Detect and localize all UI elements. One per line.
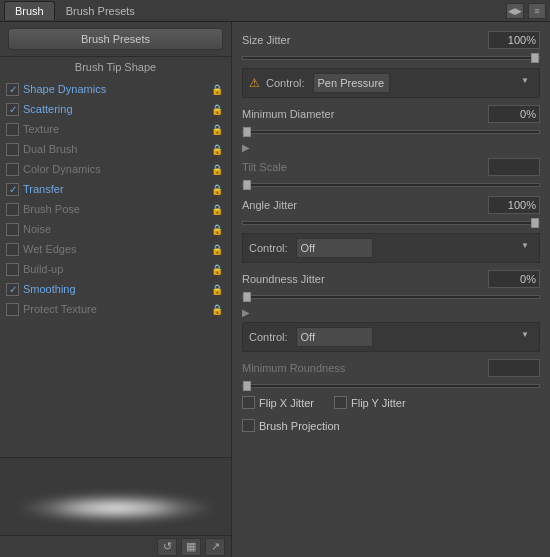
tilt-scale-slider[interactable] (242, 183, 540, 187)
lock-icon-noise: 🔒 (211, 224, 223, 235)
control-pen-pressure-select[interactable]: Pen Pressure Off Fade Pen Tilt (313, 73, 390, 93)
list-item[interactable]: Wet Edges 🔒 (0, 239, 231, 259)
min-diameter-thumb[interactable] (243, 127, 251, 137)
control2-dropdown-wrap: Off Pen Pressure Fade Pen Tilt (296, 238, 533, 258)
list-item[interactable]: Texture 🔒 (0, 119, 231, 139)
checkbox-scattering[interactable]: ✓ (6, 103, 19, 116)
lock-icon-smoothing: 🔒 (211, 284, 223, 295)
checkbox-buildup[interactable] (6, 263, 19, 276)
lock-icon-texture: 🔒 (211, 124, 223, 135)
checkbox-wet-edges[interactable] (6, 243, 19, 256)
item-label-smoothing: Smoothing (23, 283, 211, 295)
lock-icon-brush-pose: 🔒 (211, 204, 223, 215)
preview-bottom-bar: ↺ ▦ ↗ (0, 535, 231, 557)
min-roundness-row: Minimum Roundness (242, 358, 540, 378)
list-item[interactable]: Brush Pose 🔒 (0, 199, 231, 219)
control-off-row: Control: Off Pen Pressure Fade Pen Tilt (242, 233, 540, 263)
item-label-texture: Texture (23, 123, 211, 135)
angle-jitter-row: Angle Jitter 100% (242, 195, 540, 215)
checkbox-smoothing[interactable]: ✓ (6, 283, 19, 296)
tab-brush[interactable]: Brush (4, 1, 55, 20)
brush-presets-btn-wrap: Brush Presets (0, 22, 231, 57)
warning-icon: ⚠ (249, 76, 260, 90)
list-item[interactable]: ✓ Shape Dynamics 🔒 (0, 79, 231, 99)
item-label-buildup: Build-up (23, 263, 211, 275)
flip-row: Flip X Jitter Flip Y Jitter (242, 396, 540, 413)
preview-stroke (16, 493, 216, 523)
control3-dropdown-wrap: Off Pen Pressure Fade Pen Tilt (296, 327, 533, 347)
roundness-jitter-value[interactable]: 0% (488, 270, 540, 288)
checkbox-shape-dynamics[interactable]: ✓ (6, 83, 19, 96)
checkbox-brush-pose[interactable] (6, 203, 19, 216)
preview-grid-btn[interactable]: ▦ (181, 538, 201, 556)
list-item[interactable]: ✓ Smoothing 🔒 (0, 279, 231, 299)
tilt-scale-divider: ▶ (242, 142, 540, 153)
item-label-scattering: Scattering (23, 103, 211, 115)
angle-jitter-thumb[interactable] (531, 218, 539, 228)
right-scroll-area[interactable]: Size Jitter 100% ⚠ Control: Pen Pressure… (232, 22, 550, 557)
tilt-scale-value[interactable] (488, 158, 540, 176)
item-label-transfer: Transfer (23, 183, 211, 195)
checkbox-transfer[interactable]: ✓ (6, 183, 19, 196)
min-diameter-slider[interactable] (242, 130, 540, 134)
angle-jitter-slider[interactable] (242, 221, 540, 225)
checkbox-noise[interactable] (6, 223, 19, 236)
item-label-wet-edges: Wet Edges (23, 243, 211, 255)
roundness-jitter-label: Roundness Jitter (242, 273, 488, 285)
min-roundness-label: Minimum Roundness (242, 362, 488, 374)
main-layout: Brush Presets Brush Tip Shape ✓ Shape Dy… (0, 22, 550, 557)
brush-list: ✓ Shape Dynamics 🔒 ✓ Scattering 🔒 Textur… (0, 77, 231, 457)
brush-presets-button[interactable]: Brush Presets (8, 28, 223, 50)
roundness-divider: ▶ (242, 307, 540, 318)
preview-expand-btn[interactable]: ↗ (205, 538, 225, 556)
lock-icon-buildup: 🔒 (211, 264, 223, 275)
list-item[interactable]: ✓ Scattering 🔒 (0, 99, 231, 119)
tab-nav-btn[interactable]: ◀▶ (506, 3, 524, 19)
min-diameter-value[interactable]: 0% (488, 105, 540, 123)
tilt-scale-row: Tilt Scale (242, 157, 540, 177)
list-item[interactable]: ✓ Transfer 🔒 (0, 179, 231, 199)
preview-reset-btn[interactable]: ↺ (157, 538, 177, 556)
control-pen-pressure-row: ⚠ Control: Pen Pressure Off Fade Pen Til… (242, 68, 540, 98)
lock-icon-scattering: 🔒 (211, 104, 223, 115)
angle-jitter-value[interactable]: 100% (488, 196, 540, 214)
checkbox-dual-brush[interactable] (6, 143, 19, 156)
checkbox-color-dynamics[interactable] (6, 163, 19, 176)
control2-label: Control: (249, 242, 288, 254)
size-jitter-slider[interactable] (242, 56, 540, 60)
right-panel: Size Jitter 100% ⚠ Control: Pen Pressure… (232, 22, 550, 557)
control2-select[interactable]: Off Pen Pressure Fade Pen Tilt (296, 238, 373, 258)
size-jitter-thumb[interactable] (531, 53, 539, 63)
item-label-protect-texture: Protect Texture (23, 303, 211, 315)
min-roundness-thumb[interactable] (243, 381, 251, 391)
list-item[interactable]: Noise 🔒 (0, 219, 231, 239)
control3-select[interactable]: Off Pen Pressure Fade Pen Tilt (296, 327, 373, 347)
checkbox-texture[interactable] (6, 123, 19, 136)
list-item[interactable]: Protect Texture 🔒 (0, 299, 231, 319)
lock-icon-wet-edges: 🔒 (211, 244, 223, 255)
checkbox-flip-x[interactable] (242, 396, 255, 409)
tab-menu-btn[interactable]: ≡ (528, 3, 546, 19)
flip-x-row: Flip X Jitter (242, 396, 314, 409)
list-item[interactable]: Color Dynamics 🔒 (0, 159, 231, 179)
list-item[interactable]: Dual Brush 🔒 (0, 139, 231, 159)
list-item[interactable]: Build-up 🔒 (0, 259, 231, 279)
roundness-jitter-slider[interactable] (242, 295, 540, 299)
item-label-shape-dynamics: Shape Dynamics (23, 83, 211, 95)
control3-label: Control: (249, 331, 288, 343)
brush-projection-row: Brush Projection (242, 419, 540, 432)
min-roundness-slider[interactable] (242, 384, 540, 388)
control-label: Control: (266, 77, 305, 89)
min-diameter-label: Minimum Diameter (242, 108, 488, 120)
flip-y-row: Flip Y Jitter (334, 396, 406, 409)
flip-y-label: Flip Y Jitter (351, 397, 406, 409)
roundness-jitter-thumb[interactable] (243, 292, 251, 302)
min-roundness-value[interactable] (488, 359, 540, 377)
brush-projection-label: Brush Projection (259, 420, 340, 432)
tab-brush-presets[interactable]: Brush Presets (55, 1, 146, 20)
checkbox-protect-texture[interactable] (6, 303, 19, 316)
tilt-scale-thumb[interactable] (243, 180, 251, 190)
size-jitter-value[interactable]: 100% (488, 31, 540, 49)
checkbox-brush-projection[interactable] (242, 419, 255, 432)
checkbox-flip-y[interactable] (334, 396, 347, 409)
